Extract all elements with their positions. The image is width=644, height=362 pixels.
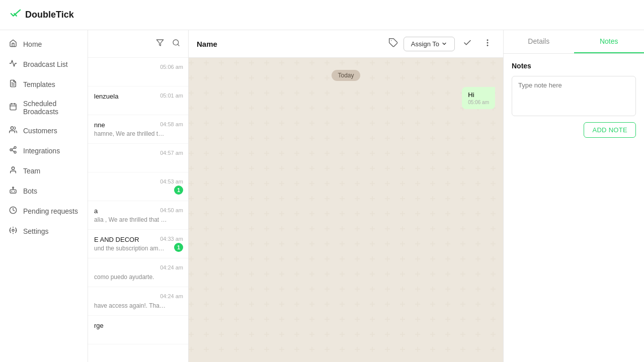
bots-icon [8,186,18,196]
panel-content: Notes ADD NOTE [504,54,644,362]
sidebar-item-customers[interactable]: Customers [0,121,88,141]
svg-point-12 [12,167,14,169]
pending-icon [8,206,18,216]
message-text: Hi [468,91,489,99]
sidebar-label-home: Home [23,40,42,48]
sidebar-item-scheduled[interactable]: Scheduled Broadcasts [0,95,88,121]
broadcast-icon [8,59,18,69]
sidebar-label-team: Team [23,167,40,175]
main-layout: Home Broadcast List Templates Scheduled … [0,30,644,362]
logo-icon [10,8,21,22]
svg-marker-20 [156,40,163,46]
search-button[interactable] [170,37,182,51]
conv-time: 05:06 am [160,64,183,70]
sidebar-item-settings[interactable]: Settings [0,221,88,241]
panel-tabs: Details Notes [504,30,644,54]
conv-badge: 1 [174,243,183,252]
sidebar-label-broadcast: Broadcast List [23,60,68,68]
conv-item-5[interactable]: 04:53 am 1 [88,172,188,201]
conv-item-10[interactable]: rge [88,316,188,344]
sidebar-label-integrations: Integrations [23,147,60,155]
logo-text: DoubleTick [25,10,74,20]
conv-time: 04:24 am [160,264,183,270]
sidebar-label-bots: Bots [23,187,37,195]
sidebar-label-scheduled: Scheduled Broadcasts [23,100,79,116]
home-icon [8,39,18,49]
scheduled-icon [8,103,18,113]
svg-line-11 [12,148,15,149]
assign-to-button[interactable]: Assign To [404,37,455,51]
conv-item-7[interactable]: E AND DECOR und the subscription amount … [88,230,188,258]
conv-time: 04:53 am [160,178,183,185]
svg-point-24 [487,40,488,41]
message-bubble-sent: Hi 05:06 am [462,87,495,109]
sidebar-item-team[interactable]: Team [0,161,88,181]
conv-item-4[interactable]: 04:57 am [88,144,188,172]
conv-item-9[interactable]: have access again!. Thank you 04:24 am [88,287,188,316]
svg-rect-13 [10,190,16,193]
svg-line-10 [12,150,15,152]
chat-messages: Today Hi 05:06 am [189,58,503,362]
settings-icon [8,226,18,236]
chat-contact-name: Name [197,40,383,48]
sidebar-item-pending[interactable]: Pending requests [0,201,88,221]
assign-btn-label: Assign To [411,40,439,48]
conv-badge: 1 [174,186,183,195]
conv-item-8[interactable]: como puedo ayudarte. 04:24 am [88,258,188,287]
templates-icon [8,79,18,89]
resolve-button[interactable] [460,35,475,53]
note-textarea[interactable] [512,76,636,116]
date-divider: Today [197,70,495,81]
chat-header: Name Assign To [189,30,503,58]
customers-icon [8,126,18,136]
message-time: 05:06 am [468,100,489,105]
app-header: DoubleTick [0,0,644,30]
sidebar: Home Broadcast List Templates Scheduled … [0,30,88,362]
conv-item-1[interactable]: 05:06 am [88,58,188,86]
svg-line-22 [178,44,179,46]
sidebar-item-templates[interactable]: Templates [0,74,88,95]
tag-icon [388,38,398,50]
filter-button[interactable] [154,37,166,51]
conv-item-2[interactable]: lenzuela 05:01 am [88,86,188,115]
tab-details[interactable]: Details [504,30,574,53]
sidebar-label-settings: Settings [23,227,49,235]
notes-label: Notes [512,62,636,70]
sidebar-item-integrations[interactable]: Integrations [0,141,88,161]
svg-point-25 [487,42,488,43]
svg-point-26 [487,45,488,46]
svg-point-6 [11,127,13,129]
conv-item-3[interactable]: nne hamne, We are thrilled that y... 04:… [88,115,188,144]
conv-time: 04:58 am [160,121,183,127]
svg-point-19 [12,229,14,231]
date-pill: Today [332,70,360,81]
conv-items: 05:06 am lenzuela 05:01 am nne hamne, We… [88,58,188,362]
sidebar-label-templates: Templates [23,80,55,88]
sidebar-item-broadcast-list[interactable]: Broadcast List [0,54,88,74]
conv-time: 05:01 am [160,93,183,99]
sidebar-label-customers: Customers [23,127,57,135]
logo: DoubleTick [10,8,74,22]
chat-area: Name Assign To Today Hi 05:06 am [189,30,503,362]
sidebar-label-pending: Pending requests [23,207,78,215]
sidebar-item-bots[interactable]: Bots [0,181,88,201]
more-options-button[interactable] [480,35,495,53]
team-icon [8,166,18,176]
conversation-list: 05:06 am lenzuela 05:01 am nne hamne, We… [88,30,189,362]
conv-time: 04:50 am [160,207,183,213]
conv-item-6[interactable]: a alia , We are thrilled that you'... 04… [88,201,188,230]
right-panel: Details Notes Notes ADD NOTE [503,30,644,362]
tab-notes[interactable]: Notes [574,30,645,53]
conv-time: 04:24 am [160,293,183,299]
conv-list-header [88,30,188,58]
svg-rect-2 [10,104,16,110]
conv-time: 04:33 am [160,236,183,242]
integrations-icon [8,146,18,156]
add-note-button[interactable]: ADD NOTE [584,122,636,138]
sidebar-item-home[interactable]: Home [0,34,88,54]
conv-time: 04:57 am [160,150,183,156]
